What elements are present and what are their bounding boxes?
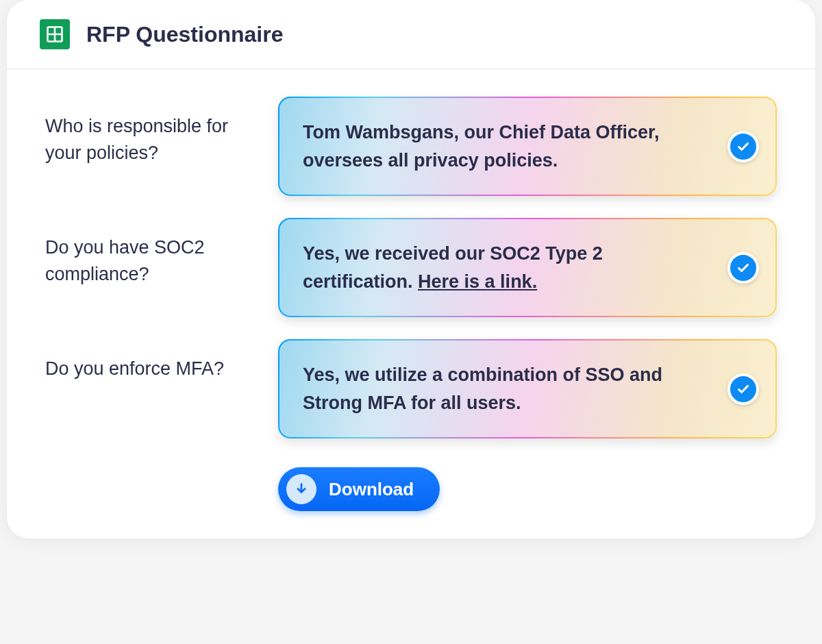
question-text: Do you have SOC2 compliance? [45, 218, 251, 288]
answer-text: Yes, we received our SOC2 Type 2 certifi… [303, 240, 714, 295]
actions-row: Download [45, 460, 777, 511]
answer-text: Tom Wambsgans, our Chief Data Officer, o… [303, 119, 714, 174]
verified-check-icon [727, 373, 759, 405]
qa-row: Do you have SOC2 compliance? Yes, we rec… [45, 218, 777, 317]
spreadsheet-icon [40, 19, 70, 49]
answer-inner: Tom Wambsgans, our Chief Data Officer, o… [279, 98, 775, 195]
download-button[interactable]: Download [278, 467, 440, 511]
download-icon [286, 474, 316, 504]
questionnaire-card: RFP Questionnaire Who is responsible for… [7, 0, 815, 538]
verified-check-icon [727, 252, 759, 284]
answer-inner: Yes, we utilize a combination of SSO and… [279, 340, 775, 437]
certification-link[interactable]: Here is a link. [418, 271, 537, 292]
card-header: RFP Questionnaire [7, 0, 815, 69]
qa-list: Who is responsible for your policies? To… [7, 69, 815, 538]
answer-inner: Yes, we received our SOC2 Type 2 certifi… [279, 219, 775, 316]
answer-card: Yes, we utilize a combination of SSO and… [278, 339, 777, 438]
page-title: RFP Questionnaire [86, 22, 283, 47]
question-text: Who is responsible for your policies? [45, 97, 251, 166]
question-text: Do you enforce MFA? [45, 339, 251, 382]
qa-row: Do you enforce MFA? Yes, we utilize a co… [45, 339, 777, 438]
qa-row: Who is responsible for your policies? To… [45, 97, 777, 196]
download-label: Download [329, 479, 414, 500]
verified-check-icon [727, 131, 759, 162]
answer-card: Tom Wambsgans, our Chief Data Officer, o… [278, 97, 777, 196]
answer-text: Yes, we utilize a combination of SSO and… [303, 361, 714, 417]
answer-card: Yes, we received our SOC2 Type 2 certifi… [278, 218, 777, 317]
